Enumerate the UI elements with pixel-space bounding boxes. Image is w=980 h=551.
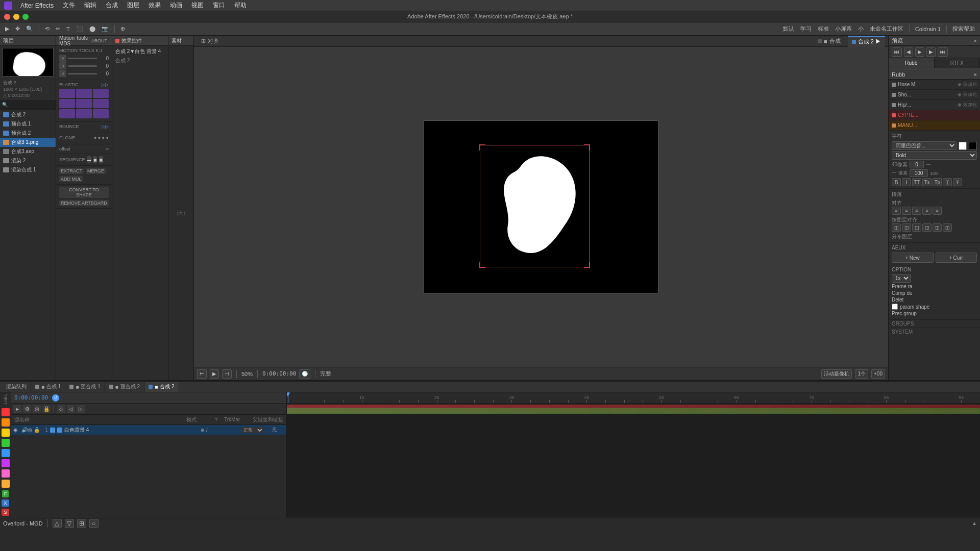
tool-shape-ellipse[interactable]: ⬤ bbox=[87, 24, 97, 34]
menu-composition[interactable]: 合成 bbox=[102, 0, 122, 11]
elastic-btn-5[interactable] bbox=[76, 99, 92, 108]
viewer-canvas[interactable] bbox=[194, 47, 888, 367]
project-search[interactable]: 🔍 bbox=[0, 100, 56, 110]
user-profile[interactable]: Coldrain 1 bbox=[913, 24, 943, 34]
menu-help[interactable]: 帮助 bbox=[230, 0, 251, 11]
menu-file[interactable]: 文件 bbox=[59, 0, 79, 11]
tool-text[interactable]: T bbox=[64, 24, 72, 34]
remove-artboard-btn[interactable]: REMOVE ARTBOARD bbox=[59, 200, 109, 206]
menu-window[interactable]: 窗口 bbox=[209, 0, 229, 11]
menu-animation[interactable]: 动画 bbox=[166, 0, 186, 11]
workspace-standard[interactable]: 标准 bbox=[816, 24, 831, 34]
bounce-toggle[interactable]: ▷▷ bbox=[102, 124, 109, 129]
italic-btn[interactable]: I bbox=[902, 178, 911, 186]
align-right-btn[interactable]: ≡ bbox=[912, 207, 921, 215]
width-pct-field[interactable] bbox=[910, 169, 928, 177]
tl-new-layer[interactable]: ▸ bbox=[13, 405, 21, 413]
ovl-btn-4[interactable]: ○ bbox=[89, 519, 99, 528]
tab-rubb[interactable]: Rubb bbox=[889, 58, 935, 68]
preview-prev[interactable]: ◀ bbox=[904, 47, 913, 57]
ovl-btn-2[interactable]: ▽ bbox=[65, 519, 74, 528]
elastic-btn-7[interactable] bbox=[59, 109, 75, 118]
preview-last[interactable]: ⏭ bbox=[938, 47, 948, 57]
tool-camera[interactable]: 📷 bbox=[100, 24, 111, 34]
time-navigate-btn[interactable]: ↺ bbox=[52, 394, 59, 402]
justify-btn[interactable]: ≡ bbox=[922, 207, 932, 215]
speed-select[interactable]: 1x bbox=[892, 274, 911, 283]
rubb-item-4[interactable]: СУРТЕ... bbox=[889, 110, 980, 120]
tl-keyframe[interactable]: ◇ bbox=[57, 405, 65, 413]
layer-lock-icon[interactable]: 🔒 bbox=[34, 427, 40, 433]
rubb-item-2[interactable]: Sho... ◉ 效加化 bbox=[889, 90, 980, 100]
project-search-input[interactable] bbox=[9, 102, 54, 108]
slider-1[interactable] bbox=[68, 58, 97, 59]
slider-icon-2[interactable]: ○ bbox=[59, 62, 66, 69]
extract-btn[interactable]: EXTRACT bbox=[59, 168, 84, 174]
preview-next[interactable]: ▶ bbox=[926, 47, 936, 57]
elastic-toggle[interactable]: ▷▷ bbox=[102, 82, 109, 87]
slider-icon-1[interactable]: ○ bbox=[59, 55, 66, 62]
switch-1[interactable]: ⊕ bbox=[201, 428, 205, 433]
rubb-item-5[interactable]: MANU... bbox=[889, 120, 980, 131]
layer-align-2[interactable]: ◫ bbox=[902, 223, 911, 232]
tool-select[interactable]: ▶ bbox=[3, 24, 11, 34]
seq-icon-1[interactable]: ▬ bbox=[87, 156, 91, 163]
rubb-item-1[interactable]: Hose M ◉ 效加化 bbox=[889, 80, 980, 90]
labs-color-orange[interactable] bbox=[2, 418, 10, 427]
tab-rtfx[interactable]: RTFX bbox=[935, 58, 981, 68]
font-name-select[interactable]: 阿里巴巴普... bbox=[892, 141, 957, 150]
layer-align-6[interactable]: ◫ bbox=[943, 223, 952, 232]
project-item[interactable]: 渲染合成 1 bbox=[0, 165, 56, 174]
project-item[interactable]: 合成3.aep bbox=[0, 147, 56, 156]
layer-mode-select[interactable]: 正常 bbox=[241, 427, 264, 433]
rubb-item-3[interactable]: Hip/... ◉ 效加化 bbox=[889, 100, 980, 110]
seq-icon-3[interactable]: ▣ bbox=[99, 156, 103, 163]
tl-btn[interactable]: T̲ bbox=[943, 178, 952, 186]
font-style-select[interactable]: Bold bbox=[892, 151, 977, 160]
tl-lock[interactable]: 🔒 bbox=[42, 405, 51, 413]
tl-tab-comp1[interactable]: ■ 合成 1 bbox=[31, 382, 65, 392]
align-left-btn[interactable]: ≡ bbox=[892, 207, 901, 215]
labs-color-blue[interactable] bbox=[2, 449, 10, 457]
labs-color-amber[interactable] bbox=[2, 480, 10, 488]
minimize-button[interactable] bbox=[13, 14, 19, 20]
menu-view[interactable]: 视图 bbox=[187, 0, 208, 11]
layer-eye-icon[interactable]: ◉ bbox=[13, 427, 21, 433]
ovl-btn-1[interactable]: △ bbox=[53, 519, 62, 528]
viewer-views-select[interactable]: 1个 bbox=[855, 369, 868, 379]
motion-tools-about[interactable]: ABOUT bbox=[90, 38, 109, 44]
tool-hand[interactable]: ✥ bbox=[13, 24, 22, 34]
workspace-small[interactable]: 小屏幕 bbox=[833, 24, 854, 34]
project-item[interactable]: 预合成 2 bbox=[0, 129, 56, 138]
elastic-btn-4[interactable] bbox=[59, 99, 75, 108]
slider-3[interactable] bbox=[68, 73, 97, 74]
param-shape-check[interactable] bbox=[892, 304, 898, 310]
align-center-btn[interactable]: ≡ bbox=[902, 207, 911, 215]
elastic-btn-2[interactable] bbox=[76, 89, 92, 98]
maximize-button[interactable] bbox=[22, 14, 29, 20]
elastic-btn-1[interactable] bbox=[59, 89, 75, 98]
tt-btn[interactable]: TT bbox=[912, 178, 921, 186]
viewer-last-frame[interactable]: ⊣ bbox=[222, 369, 232, 379]
layer-color-swatch[interactable] bbox=[50, 428, 55, 433]
tool-rotate[interactable]: ⟲ bbox=[43, 24, 52, 34]
ts2-btn[interactable]: T̶ bbox=[953, 178, 962, 186]
labs-letter-x[interactable]: X bbox=[2, 499, 9, 507]
viewer-camera-select[interactable]: 活动摄像机 bbox=[821, 369, 852, 379]
tool-puppet[interactable]: ⊕ bbox=[118, 24, 127, 34]
slider-icon-3[interactable]: ○ bbox=[59, 70, 66, 77]
workspace-layout[interactable]: 小 bbox=[856, 24, 866, 34]
layer-solo-icon[interactable]: ◎ bbox=[28, 427, 34, 433]
viewer-first-frame[interactable]: ⊢ bbox=[197, 369, 207, 379]
stroke-color-swatch[interactable] bbox=[969, 142, 977, 150]
preview-play[interactable]: ▶ bbox=[915, 47, 924, 57]
justify-all-btn[interactable]: ≡ bbox=[933, 207, 942, 215]
tp-btn[interactable]: Tp bbox=[933, 178, 942, 186]
ovl-btn-3[interactable]: ⊞ bbox=[77, 519, 86, 528]
elastic-btn-8[interactable] bbox=[76, 109, 92, 118]
current-time-display[interactable]: 0:00:00:00 bbox=[14, 394, 48, 401]
tl-tab-precomp2[interactable]: ■ 预合成 2 bbox=[105, 382, 144, 392]
labs-color-purple[interactable] bbox=[2, 459, 10, 467]
layer-align-4[interactable]: ◫ bbox=[922, 223, 932, 232]
tl-prev-kf[interactable]: ◁ bbox=[67, 405, 75, 413]
